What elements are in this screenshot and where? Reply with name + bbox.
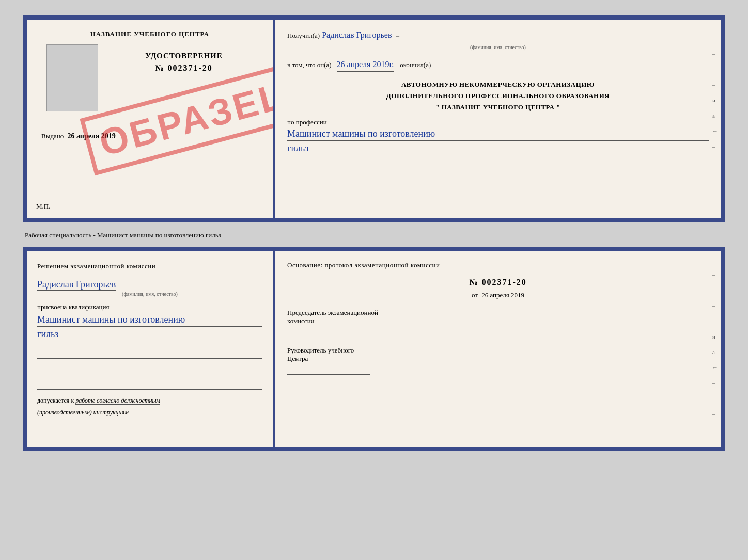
protocol-date: 26 апреля 2019	[481, 291, 524, 299]
blank-line-1	[37, 348, 262, 359]
profession-text: Машинист машины по изготовлению	[287, 129, 709, 141]
date-prefix: от	[472, 291, 478, 299]
allowed-block: допускается к работе согласно должностны…	[37, 397, 262, 417]
issued-label: Выдано	[41, 132, 64, 140]
head-label: Руководитель учебного	[287, 346, 709, 355]
person-name-bottom: Радислав Григорьев	[37, 279, 116, 291]
top-doc-left: НАЗВАНИЕ УЧЕБНОГО ЦЕНТРА УДОСТОВЕРЕНИЕ №…	[27, 20, 275, 218]
bottom-doc-right: Основание: протокол экзаменационной коми…	[275, 251, 721, 447]
issued-info: Выдано 26 апреля 2019	[41, 132, 116, 140]
finished-label: окончил(а)	[400, 60, 431, 70]
head-label2: Центра	[287, 355, 709, 363]
chairman-block: Председатель экзаменационной комиссии	[287, 309, 709, 337]
blank-line-4	[37, 421, 262, 431]
profession-label: по профессии	[287, 118, 709, 126]
protocol-number: № 002371-20	[287, 278, 709, 287]
mp-label: М.П.	[36, 202, 50, 211]
top-document: НАЗВАНИЕ УЧЕБНОГО ЦЕНТРА УДОСТОВЕРЕНИЕ №…	[23, 15, 725, 222]
bottom-document: Решением экзаменационной комиссии Радисл…	[23, 247, 725, 451]
allowed-text: работе согласно должностным	[75, 397, 160, 405]
protocol-date-row: от 26 апреля 2019	[287, 291, 709, 299]
received-row: Получил(а) Радислав Григорьев – (фамилия…	[287, 29, 709, 51]
allowed-label: допускается к	[37, 397, 74, 404]
top-left-title: НАЗВАНИЕ УЧЕБНОГО ЦЕНТРА	[90, 30, 210, 38]
person-name-top: Радислав Григорьев	[322, 29, 392, 42]
head-signature-line	[287, 374, 370, 375]
head-block: Руководитель учебного Центра	[287, 346, 709, 375]
org-block: АВТОНОМНУЮ НЕКОММЕРЧЕСКУЮ ОРГАНИЗАЦИЮ ДО…	[287, 79, 709, 113]
blank-line-3	[37, 379, 262, 390]
cert-label-text: УДОСТОВЕРЕНИЕ № 002371-20	[104, 52, 263, 73]
in-that-label: в том, что он(а)	[287, 60, 332, 70]
qualification-text: Машинист машины по изготовлению	[37, 314, 262, 327]
cert-photo	[46, 44, 98, 111]
issued-date: 26 апреля 2019	[68, 132, 116, 140]
profession-block: по профессии Машинист машины по изготовл…	[287, 118, 709, 155]
received-label: Получил(а)	[287, 30, 320, 41]
chairman-label2: комиссии	[287, 317, 709, 325]
date-row: в том, что он(а) 26 апреля 2019г. окончи…	[287, 58, 709, 72]
org-line2: ДОПОЛНИТЕЛЬНОГО ПРОФЕССИОНАЛЬНОГО ОБРАЗО…	[287, 90, 709, 102]
middle-label: Рабочая специальность - Машинист машины …	[23, 231, 725, 239]
basis-label: Основание: протокол экзаменационной коми…	[287, 261, 709, 269]
assigned-label: присвоена квалификация	[37, 303, 262, 311]
name-sublabel-top: (фамилия, имя, отчество)	[287, 43, 709, 51]
allowed-text2: (производственным) инструкциям	[37, 409, 262, 417]
org-line1: АВТОНОМНУЮ НЕКОММЕРЧЕСКУЮ ОРГАНИЗАЦИЮ	[287, 79, 709, 90]
side-marks-bottom: – – – – и а ← – – –	[712, 271, 718, 417]
side-marks-top: – – – и а ← – –	[712, 51, 718, 165]
org-line3: " НАЗВАНИЕ УЧЕБНОГО ЦЕНТРА "	[287, 102, 709, 113]
blank-line-2	[37, 364, 262, 374]
qualification-text2: гильз	[37, 329, 173, 341]
chairman-label: Председатель экзаменационной	[287, 309, 709, 317]
completion-date: 26 апреля 2019г.	[337, 58, 394, 72]
cert-number: № 002371-20	[104, 63, 263, 73]
profession-text2: гильз	[287, 143, 540, 155]
name-sublabel-bottom: (фамилия, имя, отчество)	[37, 291, 262, 297]
top-doc-right: Получил(а) Радислав Григорьев – (фамилия…	[275, 20, 721, 218]
chairman-signature-line	[287, 337, 370, 337]
bottom-left-title: Решением экзаменационной комиссии	[37, 261, 262, 272]
bottom-doc-left: Решением экзаменационной комиссии Радисл…	[27, 251, 275, 447]
cert-label: УДОСТОВЕРЕНИЕ	[104, 52, 263, 60]
